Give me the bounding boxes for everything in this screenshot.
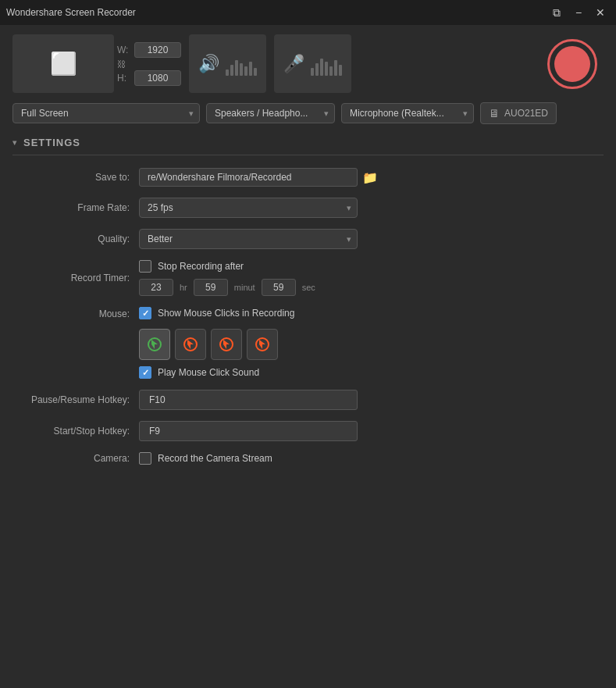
mouse-section: ✓ Show Mouse Clicks in Recording	[139, 307, 294, 379]
volume-bar	[334, 60, 337, 76]
mouse-label: Mouse:	[20, 307, 130, 319]
svg-marker-1	[151, 340, 158, 349]
record-timer-row: Record Timer: Stop Recording after hr mi…	[20, 260, 604, 296]
camera-label: Camera:	[20, 453, 130, 464]
volume-bar	[311, 68, 314, 76]
record-button[interactable]	[547, 39, 597, 89]
start-stop-hotkey-row: Start/Stop Hotkey:	[20, 421, 604, 441]
frame-rate-label: Frame Rate:	[20, 202, 130, 213]
close-button[interactable]: ✕	[591, 3, 610, 22]
checkbox-check-icon: ✓	[142, 308, 149, 319]
settings-header: ▾ SETTINGS	[12, 137, 604, 155]
speaker-select[interactable]: Speakers / Headpho...	[206, 103, 335, 123]
folder-icon[interactable]: 📁	[362, 170, 378, 185]
mouse-cursor-options	[139, 329, 294, 360]
timer-seconds-input[interactable]	[262, 279, 296, 296]
play-mouse-sound-row: ✓ Play Mouse Click Sound	[139, 366, 294, 379]
save-to-row: Save to: re/Wondershare Filmora/Recorded…	[20, 168, 604, 187]
show-mouse-clicks-label: Show Mouse Clicks in Recording	[158, 308, 294, 319]
monitor-label: AUO21ED	[504, 108, 548, 119]
volume-bar	[329, 66, 333, 76]
timer-hours-input[interactable]	[139, 279, 173, 296]
speaker-panel: 🔊	[189, 34, 266, 93]
width-row: W:	[117, 42, 181, 58]
app-title: Wondershare Screen Recorder	[6, 7, 136, 18]
cursor-option-1[interactable]	[139, 329, 170, 360]
pause-hotkey-row: Pause/Resume Hotkey:	[20, 390, 604, 410]
timer-inputs-row: hr minut sec	[139, 279, 315, 296]
play-mouse-sound-checkbox[interactable]: ✓	[139, 366, 151, 379]
volume-bar	[240, 63, 243, 76]
quality-select[interactable]: Better	[139, 229, 358, 249]
volume-bar	[244, 66, 247, 76]
volume-bar	[320, 59, 323, 76]
volume-bar	[235, 60, 238, 76]
frame-rate-select[interactable]: 25 fps	[139, 198, 358, 218]
save-to-label: Save to:	[20, 172, 130, 183]
speaker-icon: 🔊	[198, 54, 219, 74]
title-bar: Wondershare Screen Recorder ⧉ − ✕	[0, 0, 616, 25]
height-row: H:	[117, 70, 181, 86]
microphone-wrapper: Microphone (Realtek...	[341, 103, 474, 123]
mic-icon: 🎤	[283, 54, 304, 74]
settings-arrow[interactable]: ▾	[12, 138, 17, 147]
quality-label: Quality:	[20, 233, 130, 244]
cursor-option-3[interactable]	[211, 329, 242, 360]
stop-recording-checkbox[interactable]	[139, 260, 151, 273]
start-stop-hotkey-input[interactable]	[139, 421, 358, 441]
screen-preview: ⬜	[12, 34, 114, 93]
quality-row: Quality: Better	[20, 229, 604, 249]
volume-bar	[325, 62, 328, 76]
record-timer-label: Record Timer:	[20, 273, 130, 283]
save-path-container: re/Wondershare Filmora/Recorded 📁	[139, 168, 378, 187]
volume-bar	[230, 65, 233, 76]
mic-volume-bars	[311, 52, 342, 76]
frame-rate-row: Frame Rate: 25 fps	[20, 198, 604, 218]
title-bar-controls: ⧉ − ✕	[547, 3, 610, 22]
cursor-option-4[interactable]	[247, 329, 278, 360]
play-mouse-sound-label: Play Mouse Click Sound	[158, 367, 259, 378]
timer-seconds-unit: sec	[302, 283, 315, 292]
pause-hotkey-input[interactable]	[139, 390, 358, 410]
microphone-select[interactable]: Microphone (Realtek...	[341, 103, 474, 123]
start-stop-hotkey-label: Start/Stop Hotkey:	[20, 426, 130, 437]
link-icon: ⛓	[117, 59, 131, 69]
mic-panel: 🎤	[274, 34, 351, 93]
svg-marker-5	[223, 340, 230, 349]
settings-title: SETTINGS	[23, 137, 80, 148]
cursor-option-2[interactable]	[175, 329, 206, 360]
pause-hotkey-label: Pause/Resume Hotkey:	[20, 394, 130, 405]
link-row: ⛓	[117, 59, 181, 69]
stop-recording-check-row: Stop Recording after	[139, 260, 315, 273]
speaker-volume-bars	[226, 52, 257, 76]
settings-grid: Save to: re/Wondershare Filmora/Recorded…	[12, 168, 604, 465]
volume-bar	[226, 70, 229, 76]
frame-rate-wrapper: 25 fps	[139, 198, 358, 218]
save-path-text: re/Wondershare Filmora/Recorded	[139, 168, 358, 187]
record-camera-checkbox[interactable]	[139, 452, 151, 465]
maximize-button[interactable]: ⧉	[547, 3, 566, 22]
height-input[interactable]	[134, 70, 181, 86]
volume-bar	[339, 65, 342, 76]
speaker-wrapper: Speakers / Headpho...	[206, 103, 335, 123]
screen-mode-select[interactable]: Full Screen	[12, 103, 200, 123]
svg-marker-7	[259, 340, 265, 349]
mouse-row: Mouse: ✓ Show Mouse Clicks in Recording	[20, 307, 604, 379]
camera-row: Camera: Record the Camera Stream	[20, 452, 604, 465]
volume-bar	[254, 68, 257, 76]
timer-minutes-input[interactable]	[194, 279, 228, 296]
minimize-button[interactable]: −	[569, 3, 588, 22]
checkbox-check-sound-icon: ✓	[142, 368, 149, 378]
timer-hours-unit: hr	[180, 283, 187, 292]
title-bar-left: Wondershare Screen Recorder	[6, 7, 136, 18]
show-mouse-clicks-row: ✓ Show Mouse Clicks in Recording	[139, 307, 294, 319]
dropdowns-row: Full Screen Speakers / Headpho... Microp…	[12, 102, 604, 124]
width-input[interactable]	[134, 42, 181, 58]
main-content: ⬜ W: ⛓ H: 🔊 🎤	[0, 25, 616, 474]
record-dot	[554, 46, 590, 82]
quality-wrapper: Better	[139, 229, 358, 249]
monitor-icon: 🖥	[489, 107, 500, 119]
show-mouse-clicks-checkbox[interactable]: ✓	[139, 307, 151, 319]
top-controls: ⬜ W: ⛓ H: 🔊 🎤	[12, 34, 604, 93]
record-button-container	[541, 34, 604, 93]
